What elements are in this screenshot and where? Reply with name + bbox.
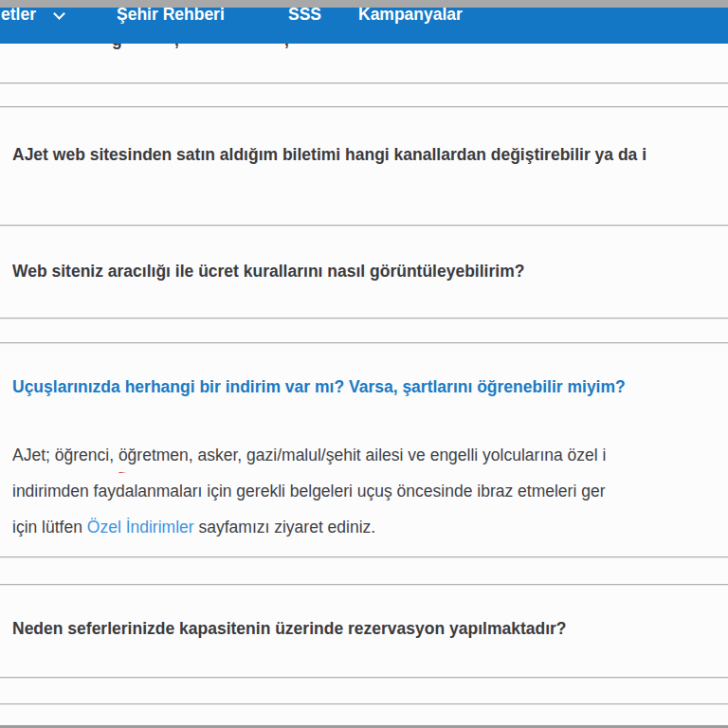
divider (0, 703, 728, 705)
divider (0, 82, 728, 84)
faq-question-overbooking[interactable]: Neden seferlerinizde kapasitenin üzerind… (12, 618, 728, 640)
answer-line-2: indirimden faydalanmaları için gerekli b… (12, 473, 728, 509)
answer-line-1: AJet; öğrenci, öğretmen, asker, gazi/mal… (12, 437, 728, 473)
divider (0, 556, 728, 558)
chevron-down-icon (53, 8, 65, 20)
divider (0, 106, 728, 108)
nav-item-label: Kampanyalar (358, 5, 463, 24)
faq-question-fare-rules[interactable]: Web siteniz aracılığı ile ücret kurallar… (12, 261, 728, 282)
clipped-glyph: , (174, 44, 179, 49)
top-gray-strip (0, 0, 728, 8)
nav-item-sehir-rehberi[interactable]: Şehir Rehberi (117, 5, 225, 24)
faq-page: etler Şehir Rehberi SSS Kampanyalar ğ , … (0, 0, 728, 728)
red-underline-annotation (118, 471, 193, 473)
divider (0, 225, 728, 227)
divider (0, 584, 728, 586)
faq-question-discounts[interactable]: Uçuşlarınızda herhangi bir indirim var m… (12, 376, 728, 398)
clipped-glyph: , (284, 44, 289, 49)
divider (0, 677, 728, 679)
nav-item-biletler-clipped[interactable]: etler (1, 5, 36, 24)
faq-answer-discounts: AJet; öğrenci, öğretmen, asker, gazi/mal… (12, 437, 728, 545)
nav-item-sss[interactable]: SSS (288, 5, 321, 24)
faq-question-change-ticket[interactable]: AJet web sitesinden satın aldığım bileti… (12, 144, 728, 166)
red-underlined-word: öğretmen, (118, 437, 193, 473)
nav-item-label: etler (1, 5, 36, 24)
nav-item-kampanyalar[interactable]: Kampanyalar (358, 5, 463, 24)
clipped-heading-fragments: ğ , , (0, 44, 728, 53)
nav-item-label: SSS (288, 5, 321, 24)
clipped-glyph: ğ (112, 44, 122, 49)
divider (0, 318, 728, 319)
divider (0, 342, 728, 344)
special-discounts-link[interactable]: Özel İndirimler (87, 518, 194, 537)
answer-line-3: için lütfen Özel İndirimler sayfamızı zi… (12, 509, 728, 545)
nav-item-label: Şehir Rehberi (117, 5, 225, 24)
